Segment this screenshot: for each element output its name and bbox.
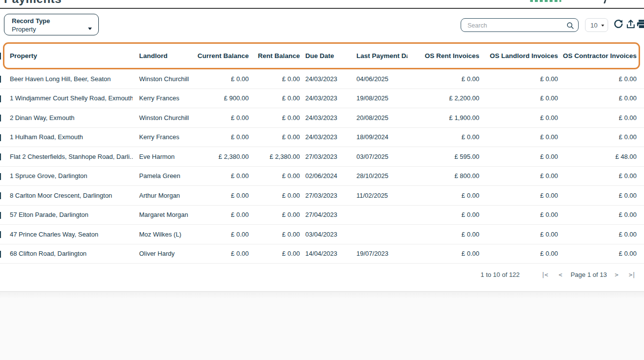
last-page-button[interactable]: >| <box>629 271 635 278</box>
page-size-select[interactable]: 10 <box>585 18 608 32</box>
cell-rent-balance: £ 0.00 <box>249 127 300 147</box>
header-checkbox-stub[interactable] <box>0 42 6 69</box>
cell-last-payment-date <box>351 205 408 225</box>
search-icon[interactable] <box>566 22 574 30</box>
chevron-down-icon <box>601 25 604 27</box>
cell-current-balance: £ 0.00 <box>197 69 249 89</box>
cell-landlord: Arthur Morgan <box>133 186 197 206</box>
row-checkbox-stub[interactable] <box>0 89 6 108</box>
cell-os-landlord-invoices: £ 0.00 <box>479 147 558 167</box>
table-row[interactable]: 8 Carlton Moor Crescent, DarlingtonArthu… <box>0 186 644 206</box>
cell-last-payment-date: 19/07/2023 <box>351 244 408 264</box>
record-type-value: Property <box>12 26 36 33</box>
search-input[interactable] <box>467 19 564 32</box>
table-row[interactable]: 1 Hulham Road, ExmouthKerry Frances£ 0.0… <box>0 127 644 147</box>
table-row[interactable]: 68 Clifton Road, DarlingtonOliver Hardy£… <box>0 244 644 264</box>
cell-last-payment-date: 19/08/2025 <box>351 89 408 108</box>
cell-current-balance: £ 0.00 <box>197 244 249 264</box>
cell-landlord: Pamela Green <box>133 166 197 186</box>
cutoff-glyph-fragment <box>604 0 606 3</box>
cell-current-balance: £ 0.00 <box>197 225 249 244</box>
bottom-background <box>0 292 644 360</box>
table-row[interactable]: 57 Elton Parade, DarlingtonMargaret Morg… <box>0 205 644 225</box>
row-checkbox-stub[interactable] <box>0 186 6 206</box>
column-header-os-contractor-invoices[interactable]: OS Contractor Invoices <box>558 42 644 69</box>
cell-property: 1 Windjammer Court Shelly Road, Exmouth <box>6 89 133 108</box>
cell-last-payment-date: 04/06/2025 <box>351 69 408 89</box>
cell-property: 47 Prince Charles Way, Seaton <box>6 225 133 244</box>
cell-current-balance: £ 0.00 <box>197 186 249 206</box>
cell-os-landlord-invoices: £ 0.00 <box>479 244 558 264</box>
row-checkbox-stub[interactable] <box>0 225 6 244</box>
next-page-button[interactable]: > <box>615 271 618 278</box>
payments-table: PropertyLandlordCurrent BalanceRent Bala… <box>0 42 644 264</box>
cell-landlord: Kerry Frances <box>133 127 197 147</box>
table-row[interactable]: 47 Prince Charles Way, SeatonMoz Wilkes … <box>0 225 644 244</box>
previous-page-button[interactable]: < <box>558 271 562 278</box>
upload-icon[interactable] <box>625 19 636 30</box>
cell-due-date: 24/03/2023 <box>300 89 351 108</box>
cell-last-payment-date: 03/07/2025 <box>351 147 408 167</box>
row-checkbox-stub[interactable] <box>0 147 6 167</box>
cell-os-landlord-invoices: £ 0.00 <box>479 225 558 244</box>
column-header-due-date[interactable]: Due Date <box>300 42 351 69</box>
cell-os-landlord-invoices: £ 0.00 <box>479 205 558 225</box>
column-header-os-landlord-invoices[interactable]: OS Landlord Invoices <box>479 42 558 69</box>
row-checkbox-stub[interactable] <box>0 205 6 225</box>
cell-last-payment-date: 11/02/2025 <box>351 186 408 206</box>
pagination-bar: 1 to 10 of 122 |< < Page 1 of 13 > >| <box>481 268 635 281</box>
column-header-rent-balance[interactable]: Rent Balance <box>249 42 300 69</box>
cell-current-balance: £ 900.00 <box>197 89 249 108</box>
cell-os-rent-invoices: £ 1,900.00 <box>408 108 479 128</box>
column-header-current-balance[interactable]: Current Balance <box>197 42 249 69</box>
chevron-down-icon <box>88 28 92 30</box>
row-checkbox-stub[interactable] <box>0 108 6 128</box>
cell-rent-balance: £ 2,380.00 <box>249 147 300 167</box>
cell-due-date: 24/03/2023 <box>300 69 351 89</box>
refresh-icon[interactable] <box>613 19 624 30</box>
table-header-row: PropertyLandlordCurrent BalanceRent Bala… <box>0 42 644 69</box>
table-row[interactable]: 1 Spruce Grove, DarlingtonPamela Green£ … <box>0 166 644 186</box>
row-checkbox-stub[interactable] <box>0 244 6 264</box>
cutoff-green-text-fragment <box>530 0 561 2</box>
cell-rent-balance: £ 0.00 <box>249 166 300 186</box>
cell-last-payment-date: 20/08/2025 <box>351 108 408 128</box>
cell-os-rent-invoices: £ 0.00 <box>408 127 479 147</box>
row-checkbox-stub[interactable] <box>0 166 6 186</box>
cell-os-contractor-invoices: £ 0.00 <box>558 205 644 225</box>
cell-rent-balance: £ 0.00 <box>249 225 300 244</box>
first-page-button[interactable]: |< <box>541 271 548 278</box>
table-row[interactable]: 2 Dinan Way, ExmouthWinston Churchill£ 0… <box>0 108 644 128</box>
cell-current-balance: £ 0.00 <box>197 127 249 147</box>
record-type-label: Record Type <box>12 17 50 25</box>
cell-os-contractor-invoices: £ 0.00 <box>558 186 644 206</box>
record-type-select[interactable]: Record Type Property <box>4 14 99 35</box>
column-header-os-rent-invoices[interactable]: OS Rent Invoices <box>408 42 479 69</box>
cell-os-landlord-invoices: £ 0.00 <box>479 108 558 128</box>
table-row[interactable]: Beer Haven Long Hill, Beer, SeatonWinsto… <box>0 69 644 89</box>
cell-landlord: Kerry Frances <box>133 89 197 108</box>
search-box[interactable] <box>461 18 579 32</box>
cell-os-contractor-invoices: £ 0.00 <box>558 108 644 128</box>
table-row[interactable]: 1 Windjammer Court Shelly Road, ExmouthK… <box>0 89 644 108</box>
print-icon[interactable] <box>636 19 644 30</box>
cell-os-landlord-invoices: £ 0.00 <box>479 89 558 108</box>
column-header-landlord[interactable]: Landlord <box>133 42 197 69</box>
column-header-last-payment-date[interactable]: Last Payment Date <box>351 42 408 69</box>
cell-rent-balance: £ 0.00 <box>249 205 300 225</box>
cell-os-contractor-invoices: £ 0.00 <box>558 69 644 89</box>
cell-os-landlord-invoices: £ 0.00 <box>479 69 558 89</box>
cell-last-payment-date: 28/10/2025 <box>351 166 408 186</box>
cell-landlord: Oliver Hardy <box>133 244 197 264</box>
column-header-property[interactable]: Property <box>6 42 133 69</box>
cell-due-date: 27/03/2023 <box>300 147 351 167</box>
cell-due-date: 24/03/2023 <box>300 127 351 147</box>
cell-property: 2 Dinan Way, Exmouth <box>6 108 133 128</box>
page-title: Payments <box>4 0 61 6</box>
cell-os-rent-invoices: £ 0.00 <box>408 244 479 264</box>
cell-os-rent-invoices: £ 0.00 <box>408 186 479 206</box>
table-row[interactable]: Flat 2 Chesterfields, Stanhope Road, Dar… <box>0 147 644 167</box>
cell-os-landlord-invoices: £ 0.00 <box>479 186 558 206</box>
row-checkbox-stub[interactable] <box>0 69 6 89</box>
row-checkbox-stub[interactable] <box>0 127 6 147</box>
